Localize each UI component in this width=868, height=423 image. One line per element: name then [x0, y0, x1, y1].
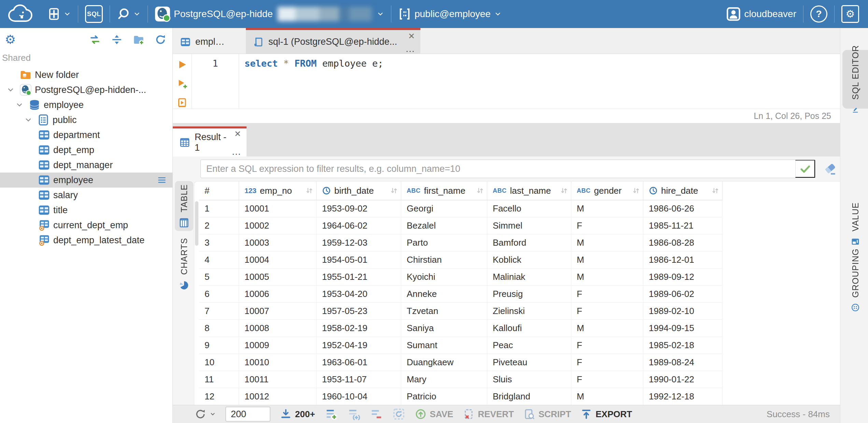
grid-cell[interactable]: F: [571, 286, 643, 303]
cloudbeaver-logo-icon[interactable]: [5, 3, 38, 25]
sidebar-item-dept_emp_latest_date[interactable]: dept_emp_latest_date: [0, 233, 172, 248]
grid-cell[interactable]: 1994-09-15: [643, 320, 723, 337]
grid-cell[interactable]: 1963-06-01: [317, 354, 401, 371]
grid-cell[interactable]: 10002: [239, 217, 317, 234]
grid-cell[interactable]: 1953-11-07: [317, 371, 401, 388]
tab-sql-editor-panel[interactable]: SQL EDITOR: [842, 50, 868, 109]
grid-cell[interactable]: 10004: [239, 251, 317, 269]
grid-cell[interactable]: 1955-01-21: [317, 269, 401, 286]
chevron-down-icon[interactable]: [6, 86, 15, 94]
row-number-cell[interactable]: 3: [199, 234, 239, 251]
duplicate-row-button[interactable]: [347, 408, 360, 421]
grid-cell[interactable]: 1989-06-02: [643, 286, 723, 303]
save-button[interactable]: SAVE: [415, 408, 453, 420]
grid-cell[interactable]: Sluis: [487, 371, 571, 388]
column-header-hire_date[interactable]: hire_date: [643, 181, 723, 200]
sql-code-area[interactable]: select * FROM employee e;: [239, 54, 840, 109]
refresh-cell-button[interactable]: [392, 408, 405, 421]
grid-cell[interactable]: Duangkaew: [401, 354, 487, 371]
grid-cell[interactable]: M: [571, 388, 643, 405]
settings-button[interactable]: ⚙: [835, 0, 868, 28]
row-number-cell[interactable]: 12: [199, 388, 239, 405]
tab-table-view[interactable]: TABLE: [175, 181, 193, 231]
sort-icon[interactable]: [390, 187, 398, 195]
grid-cell[interactable]: 10012: [239, 388, 317, 405]
filter-input[interactable]: [201, 160, 795, 178]
grid-cell[interactable]: Sumant: [401, 337, 487, 354]
tab-employee[interactable]: employee: [173, 28, 246, 54]
execute-new-tab-icon[interactable]: [177, 79, 187, 89]
grid-cell[interactable]: Koblick: [487, 251, 571, 269]
grid-cell[interactable]: 1990-01-22: [643, 371, 723, 388]
sort-icon[interactable]: [476, 187, 484, 195]
grid-cell[interactable]: Parto: [401, 234, 487, 251]
chevron-down-icon[interactable]: [15, 101, 24, 109]
row-number-header[interactable]: #: [199, 181, 239, 200]
grid-cell[interactable]: Facello: [487, 200, 571, 217]
grid-cell[interactable]: 1989-09-12: [643, 269, 723, 286]
tab-value-panel[interactable]: VALUE: [842, 197, 868, 251]
close-icon[interactable]: ✕: [234, 129, 241, 139]
grid-cell[interactable]: M: [571, 200, 643, 217]
sidebar-item-salary[interactable]: salary: [0, 188, 172, 203]
grid-cell[interactable]: 1958-02-19: [317, 320, 401, 337]
grid-cell[interactable]: 10007: [239, 303, 317, 320]
column-header-birth_date[interactable]: birth_date: [317, 181, 401, 200]
row-number-cell[interactable]: 2: [199, 217, 239, 234]
grid-cell[interactable]: F: [571, 217, 643, 234]
add-row-button[interactable]: [325, 408, 338, 421]
schema-selector[interactable]: public@employee: [391, 0, 508, 28]
grid-cell[interactable]: 10003: [239, 234, 317, 251]
chevron-down-icon[interactable]: [24, 116, 32, 124]
script-button[interactable]: SCRIPT: [523, 408, 571, 420]
grid-cell[interactable]: 1986-06-26: [643, 200, 723, 217]
column-header-emp_no[interactable]: 123emp_no: [239, 181, 317, 200]
sidebar-item-dept_manager[interactable]: dept_manager: [0, 158, 172, 173]
grid-cell[interactable]: 1964-06-02: [317, 217, 401, 234]
sidebar-item-department[interactable]: department: [0, 127, 172, 142]
grid-cell[interactable]: 1952-04-19: [317, 337, 401, 354]
navigator-settings-button[interactable]: ⚙: [5, 33, 16, 46]
sort-icon[interactable]: [632, 187, 640, 195]
sync-connection-icon[interactable]: [89, 34, 101, 45]
grid-cell[interactable]: Bridgland: [487, 388, 571, 405]
refresh-result-button[interactable]: [195, 408, 216, 420]
search-connection-button[interactable]: [110, 0, 148, 28]
delete-row-button[interactable]: [370, 408, 383, 421]
refresh-icon[interactable]: [155, 34, 166, 45]
column-header-last_name[interactable]: ABClast_name: [487, 181, 571, 200]
grid-cell[interactable]: 1986-12-01: [643, 251, 723, 269]
grid-cell[interactable]: 10008: [239, 320, 317, 337]
row-number-cell[interactable]: 8: [199, 320, 239, 337]
grid-cell[interactable]: Maliniak: [487, 269, 571, 286]
new-connection-button[interactable]: [41, 0, 78, 28]
grid-cell[interactable]: M: [571, 320, 643, 337]
grid-cell[interactable]: Preusig: [487, 286, 571, 303]
sidebar-item-dept_emp[interactable]: dept_emp: [0, 142, 172, 158]
more-icon[interactable]: …: [232, 146, 241, 157]
grid-cell[interactable]: Chirstian: [401, 251, 487, 269]
export-button[interactable]: EXPORT: [580, 408, 632, 420]
sidebar-item-public[interactable]: public: [0, 112, 172, 127]
grid-cell[interactable]: 1953-04-20: [317, 286, 401, 303]
sort-icon[interactable]: [560, 187, 568, 195]
grid-cell[interactable]: M: [571, 269, 643, 286]
grid-cell[interactable]: Kyoichi: [401, 269, 487, 286]
grid-cell[interactable]: Zielinski: [487, 303, 571, 320]
tab-result-1[interactable]: Result - 1 ✕ …: [173, 126, 247, 156]
grid-cell[interactable]: 10011: [239, 371, 317, 388]
connection-selector[interactable]: PostgreSQL@ep-hidde: [148, 0, 391, 28]
revert-button[interactable]: REVERT: [463, 408, 514, 420]
grid-cell[interactable]: Peac: [487, 337, 571, 354]
grid-cell[interactable]: M: [571, 251, 643, 269]
grid-cell[interactable]: F: [571, 337, 643, 354]
tab-grouping-panel[interactable]: GROUPING: [842, 248, 868, 313]
grid-cell[interactable]: 1989-08-24: [643, 354, 723, 371]
row-number-cell[interactable]: 5: [199, 269, 239, 286]
grid-cell[interactable]: Georgi: [401, 200, 487, 217]
column-header-first_name[interactable]: ABCfirst_name: [401, 181, 487, 200]
grid-cell[interactable]: 10005: [239, 269, 317, 286]
grid-cell[interactable]: F: [571, 303, 643, 320]
row-number-cell[interactable]: 1: [199, 200, 239, 217]
grid-cell[interactable]: Bamford: [487, 234, 571, 251]
